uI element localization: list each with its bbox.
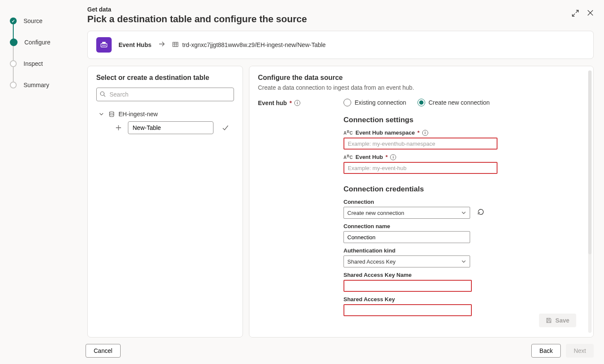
shared-access-key-input[interactable] bbox=[343, 304, 472, 316]
connection-credentials-heading: Connection credentials bbox=[343, 185, 576, 194]
auth-kind-label: Authentication kind bbox=[343, 247, 576, 254]
save-button[interactable]: Save bbox=[539, 314, 576, 327]
radio-existing-connection[interactable]: Existing connection bbox=[343, 99, 406, 106]
add-table-icon[interactable] bbox=[115, 125, 122, 131]
page-eyebrow: Get data bbox=[87, 6, 307, 13]
confirm-name-icon[interactable] bbox=[222, 124, 229, 131]
event-hubs-icon bbox=[96, 37, 112, 53]
source-path-card: Event Hubs trd-xgnxc7jjgt881wwv8w.z9/EH-… bbox=[87, 31, 594, 59]
wizard-stepper: Source Configure Inspect Summary bbox=[0, 0, 77, 338]
step-label: Inspect bbox=[24, 60, 43, 67]
step-label: Summary bbox=[24, 82, 49, 88]
current-step-icon bbox=[10, 38, 18, 46]
cancel-button[interactable]: Cancel bbox=[86, 344, 121, 358]
info-icon[interactable]: i bbox=[294, 100, 300, 106]
text-type-icon: ABC bbox=[343, 129, 353, 135]
step-label: Configure bbox=[24, 39, 50, 46]
search-icon bbox=[100, 91, 106, 97]
chevron-down-icon bbox=[461, 259, 466, 264]
main-content: Get data Pick a destination table and co… bbox=[77, 0, 604, 338]
database-icon bbox=[108, 111, 115, 117]
radio-create-new-connection[interactable]: Create new connection bbox=[417, 99, 490, 106]
event-hub-field-label: ABC Event Hub* i bbox=[343, 154, 576, 160]
destination-table-panel: Select or create a destination table EH-… bbox=[87, 66, 243, 338]
future-step-icon bbox=[10, 60, 17, 67]
future-step-icon bbox=[10, 82, 17, 88]
svg-point-6 bbox=[101, 92, 104, 96]
shared-access-key-name-input[interactable] bbox=[343, 280, 472, 292]
step-label: Source bbox=[24, 18, 42, 24]
close-icon[interactable] bbox=[587, 9, 594, 19]
connection-settings-heading: Connection settings bbox=[343, 116, 576, 124]
destination-path: trd-xgnxc7jjgt881wwv8w.z9/EH-ingest-new/… bbox=[182, 41, 326, 48]
source-name: Event Hubs bbox=[118, 41, 151, 48]
expand-icon[interactable] bbox=[571, 9, 579, 19]
connection-name-label: Connection name bbox=[343, 223, 576, 229]
configure-source-panel: Configure the data source Create a data … bbox=[249, 66, 594, 338]
connection-select[interactable]: Create new connection bbox=[343, 207, 470, 219]
svg-rect-2 bbox=[102, 45, 103, 46]
connection-name-input[interactable] bbox=[343, 231, 470, 243]
auth-kind-select[interactable]: Shared Access Key bbox=[343, 255, 470, 267]
text-type-icon: ABC bbox=[343, 154, 353, 160]
event-hub-namespace-input[interactable] bbox=[343, 138, 497, 150]
step-summary[interactable]: Summary bbox=[0, 74, 77, 96]
svg-rect-5 bbox=[173, 42, 178, 47]
tree-new-table-row bbox=[96, 121, 234, 135]
chevron-down-icon bbox=[98, 112, 105, 117]
table-icon bbox=[172, 41, 179, 49]
arrow-right-icon bbox=[158, 41, 165, 49]
check-icon bbox=[10, 18, 17, 24]
info-icon[interactable]: i bbox=[390, 154, 396, 160]
tree-parent-label: EH-ingest-new bbox=[118, 111, 158, 117]
svg-rect-4 bbox=[105, 45, 106, 46]
connection-label: Connection bbox=[343, 199, 576, 205]
tree-parent-row[interactable]: EH-ingest-new bbox=[96, 107, 234, 121]
svg-rect-3 bbox=[104, 45, 104, 46]
event-hub-label: Event hub* i bbox=[258, 99, 335, 106]
chevron-down-icon bbox=[461, 210, 466, 215]
wizard-footer: Cancel Back Next bbox=[0, 338, 604, 364]
table-search-input[interactable] bbox=[96, 88, 234, 101]
new-table-name-input[interactable] bbox=[128, 121, 213, 134]
save-icon bbox=[546, 317, 552, 323]
left-panel-title: Select or create a destination table bbox=[96, 74, 234, 82]
refresh-icon[interactable] bbox=[477, 208, 485, 217]
sak-name-label: Shared Access Key Name bbox=[343, 272, 576, 278]
step-inspect[interactable]: Inspect bbox=[0, 53, 77, 74]
right-panel-subtitle: Create a data connection to ingest data … bbox=[258, 84, 576, 91]
sak-label: Shared Access Key bbox=[343, 296, 576, 302]
namespace-label: ABC Event Hub namespace* i bbox=[343, 129, 576, 136]
event-hub-input[interactable] bbox=[343, 162, 497, 174]
step-configure[interactable]: Configure bbox=[0, 32, 77, 53]
back-button[interactable]: Back bbox=[531, 344, 561, 358]
info-icon[interactable]: i bbox=[422, 130, 428, 136]
next-button[interactable]: Next bbox=[566, 344, 594, 358]
right-panel-title: Configure the data source bbox=[258, 74, 576, 82]
step-source[interactable]: Source bbox=[0, 10, 77, 32]
scrollbar[interactable] bbox=[588, 70, 592, 333]
page-title: Pick a destination table and configure t… bbox=[87, 14, 307, 25]
svg-rect-1 bbox=[102, 42, 106, 44]
svg-point-7 bbox=[110, 112, 114, 113]
